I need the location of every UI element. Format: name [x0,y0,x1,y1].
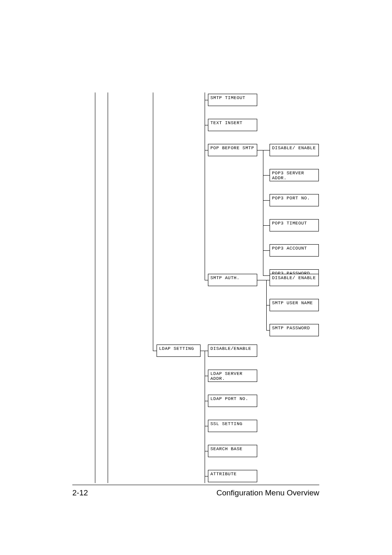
node-search-base: SEARCH BASE [208,445,257,457]
label: LDAP PORT NO. [210,396,248,401]
node-smtp-password: SMTP PASSWORD [270,324,319,336]
label: POP3 TIMEOUT [272,221,307,226]
label: DISABLE/ ENABLE [272,275,316,280]
node-ldap-port-no: LDAP PORT NO. [208,395,257,407]
label: POP3 SERVER ADDR. [272,171,316,180]
node-text-insert: TEXT INSERT [208,119,257,131]
footer-rule [72,485,319,485]
node-pop-before-smtp: POP BEFORE SMTP [208,144,257,156]
node-pop3-port-no: POP3 PORT NO. [270,194,319,206]
connectors [0,0,392,555]
node-pop3-timeout: POP3 TIMEOUT [270,219,319,231]
page-root: { "footer": { "page_number": "2-12", "se… [0,0,392,555]
node-smtp-disable-enable: DISABLE/ ENABLE [270,274,319,286]
node-ldap-setting: LDAP SETTING [157,345,201,357]
label: SSL SETTING [210,421,242,426]
label: ATTRIBUTE [210,472,237,476]
label: DISABLE/ ENABLE [272,146,316,150]
label: SEARCH BASE [210,446,242,451]
label: TEXT INSERT [210,120,242,125]
label: SMTP PASSWORD [272,326,310,331]
node-smtp-user-name: SMTP USER NAME [270,299,319,311]
node-pop3-account: POP3 ACCOUNT [270,244,319,257]
label: POP BEFORE SMTP [210,146,254,150]
section-title: Configuration Menu Overview [217,488,319,497]
label: SMTP AUTH. [210,275,240,280]
node-ssl-setting: SSL SETTING [208,420,257,432]
node-smtp-timeout: SMTP TIMEOUT [208,94,257,106]
node-pop3-server-addr: POP3 SERVER ADDR. [270,169,319,181]
label: POP3 ACCOUNT [272,246,307,251]
label: SMTP TIMEOUT [210,95,245,100]
node-disable-enable-pop: DISABLE/ ENABLE [270,144,319,156]
label: LDAP SERVER ADDR. [210,371,255,381]
label: POP3 PORT NO. [272,196,310,201]
node-attribute: ATTRIBUTE [208,470,257,482]
node-ldap-disable-enable: DISABLE/ENABLE [208,345,257,357]
label: DISABLE/ENABLE [210,346,251,351]
label: LDAP SETTING [159,346,194,351]
label: SMTP USER NAME [272,301,313,305]
node-ldap-server-addr: LDAP SERVER ADDR. [208,370,257,382]
node-smtp-auth: SMTP AUTH. [208,274,257,286]
page-number: 2-12 [72,488,88,497]
